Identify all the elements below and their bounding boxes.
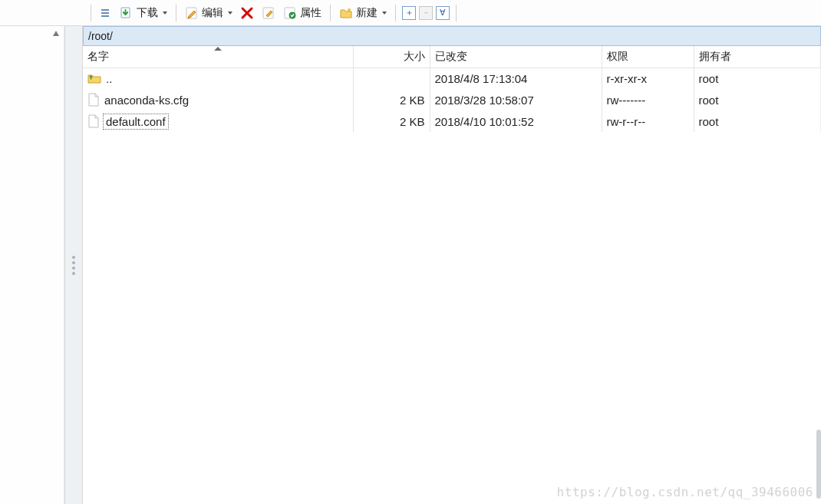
table-row[interactable]: ..2018/4/8 17:13:04r-xr-xr-xroot xyxy=(83,68,821,89)
new-button[interactable]: 新建 xyxy=(335,3,391,23)
scroll-up-icon[interactable] xyxy=(50,28,62,40)
properties-label: 属性 xyxy=(300,6,321,20)
file-rights: r-xr-xr-x xyxy=(602,68,694,89)
file-name: .. xyxy=(106,72,112,85)
file-size: 2 KB xyxy=(353,110,430,132)
download-button[interactable]: 下载 xyxy=(116,3,171,23)
splitter[interactable] xyxy=(64,26,83,504)
edit-label: 编辑 xyxy=(202,6,223,20)
new-label: 新建 xyxy=(356,6,378,20)
col-name[interactable]: 名字 xyxy=(83,46,353,68)
file-list: 名字 大小 已改变 权限 拥有者 ..2018/4/8 17:13:04r-xr… xyxy=(83,46,821,504)
delete-icon xyxy=(240,6,254,20)
queue-button[interactable] xyxy=(96,3,116,23)
file-rights: rw------- xyxy=(602,89,694,110)
toolbar-separator xyxy=(395,5,396,21)
chevron-down-icon xyxy=(382,12,387,15)
left-pane xyxy=(0,26,64,504)
toolbar-separator xyxy=(330,5,331,21)
properties-icon xyxy=(283,6,297,20)
toolbar-separator xyxy=(456,5,457,21)
file-icon xyxy=(87,93,100,107)
col-owner[interactable]: 拥有者 xyxy=(694,46,821,68)
collapse-button[interactable]: － xyxy=(419,6,433,20)
path-text: /root/ xyxy=(88,30,113,42)
plus-icon: ＋ xyxy=(405,8,414,17)
file-size xyxy=(353,68,430,89)
edit-button[interactable]: 编辑 xyxy=(181,3,236,23)
list-icon xyxy=(100,7,112,19)
file-owner: root xyxy=(694,89,821,110)
properties-button[interactable]: 属性 xyxy=(279,3,325,23)
file-changed: 2018/3/28 10:58:07 xyxy=(430,89,602,110)
col-rights[interactable]: 权限 xyxy=(602,46,694,68)
expand-button[interactable]: ＋ xyxy=(402,6,416,20)
col-size[interactable]: 大小 xyxy=(353,46,430,68)
file-size: 2 KB xyxy=(353,89,430,110)
new-folder-icon xyxy=(339,6,353,20)
rename-button[interactable] xyxy=(258,3,279,23)
toolbar-separator xyxy=(176,5,176,21)
col-changed[interactable]: 已改变 xyxy=(430,46,602,68)
table-header: 名字 大小 已改变 权限 拥有者 xyxy=(83,46,821,68)
edit-icon xyxy=(185,6,199,20)
svg-marker-9 xyxy=(53,31,59,36)
file-name: anaconda-ks.cfg xyxy=(104,94,189,107)
col-name-label: 名字 xyxy=(87,50,109,62)
sort-asc-icon xyxy=(214,47,222,51)
parent-folder-icon xyxy=(87,72,101,84)
file-owner: root xyxy=(694,68,821,89)
delete-button[interactable] xyxy=(236,3,258,23)
table-row[interactable]: anaconda-ks.cfg2 KB2018/3/28 10:58:07rw-… xyxy=(83,89,821,110)
col-size-label: 大小 xyxy=(404,50,425,62)
col-rights-label: 权限 xyxy=(607,50,628,62)
right-pane: /root/ 名字 大小 xyxy=(83,26,821,504)
path-bar[interactable]: /root/ xyxy=(83,26,821,46)
col-owner-label: 拥有者 xyxy=(699,50,731,62)
file-changed: 2018/4/10 10:01:52 xyxy=(430,110,602,132)
download-label: 下载 xyxy=(137,6,158,20)
watermark: https://blog.csdn.net/qq_39466006 xyxy=(557,485,813,499)
chevron-down-icon xyxy=(163,12,167,15)
filter-icon: ∀ xyxy=(440,8,446,17)
file-name: default.conf xyxy=(104,115,167,128)
file-rights: rw-r--r-- xyxy=(602,110,694,132)
table-row[interactable]: default.conf2 KB2018/4/10 10:01:52rw-r--… xyxy=(83,110,821,132)
toolbar-separator xyxy=(91,5,91,21)
scrollbar-stub[interactable] xyxy=(816,430,821,499)
toolbar: 下载 编辑 xyxy=(0,0,821,26)
chevron-down-icon xyxy=(228,12,232,15)
filter-button[interactable]: ∀ xyxy=(436,6,450,20)
rename-icon xyxy=(262,6,275,20)
file-owner: root xyxy=(694,110,821,132)
file-table: 名字 大小 已改变 权限 拥有者 ..2018/4/8 17:13:04r-xr… xyxy=(83,46,821,132)
download-icon xyxy=(120,6,134,20)
file-icon xyxy=(87,114,100,128)
col-changed-label: 已改变 xyxy=(435,50,467,62)
file-changed: 2018/4/8 17:13:04 xyxy=(430,68,602,89)
grip-icon xyxy=(72,255,75,275)
body: /root/ 名字 大小 xyxy=(0,26,821,504)
minus-icon: － xyxy=(422,8,430,17)
